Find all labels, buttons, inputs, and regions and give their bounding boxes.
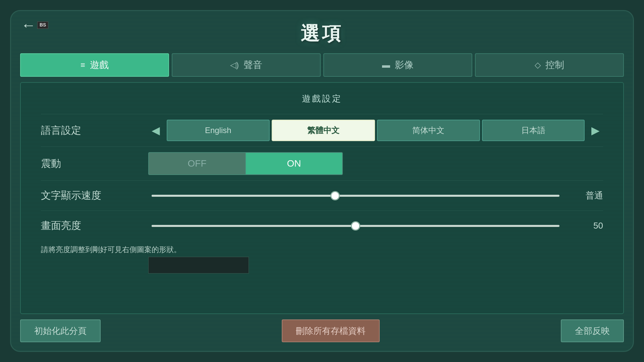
apply-all-button[interactable]: 全部反映 [561, 319, 624, 342]
delete-saves-button[interactable]: 刪除所有存檔資料 [282, 319, 380, 342]
reset-button[interactable]: 初始化此分頁 [20, 319, 101, 342]
lang-next-arrow[interactable]: ▶ [588, 124, 603, 137]
control-icon: ◇ [535, 60, 541, 70]
text-speed-setting-row: 文字顯示速度 普通 [41, 180, 603, 210]
lang-option-english[interactable]: English [167, 120, 270, 141]
brightness-value: 50 [570, 221, 603, 231]
video-icon: ▬ [382, 60, 390, 70]
brightness-fill [152, 225, 356, 227]
text-speed-value: 普通 [570, 190, 603, 201]
tab-game[interactable]: ≡ 遊戲 [20, 53, 169, 77]
sound-icon: ◁) [230, 60, 239, 70]
text-speed-track[interactable] [152, 195, 559, 197]
bottom-bar: 初始化此分頁 刪除所有存檔資料 全部反映 [20, 317, 624, 344]
brightness-swatch [148, 257, 249, 274]
tab-control[interactable]: ◇ 控制 [475, 53, 624, 77]
settings-screen: 選項 ← BS ≡ 遊戲 ◁) 聲音 ▬ 影像 ◇ 控制 遊戲設定 語言設定 [10, 10, 634, 352]
brightness-label: 畫面亮度 [41, 219, 148, 233]
brightness-hint-text: 請將亮度調整到剛好可見右側圖案的形狀。 [41, 245, 181, 255]
back-button[interactable]: ← BS [21, 18, 48, 33]
bs-badge: BS [37, 21, 48, 28]
lang-option-japanese[interactable]: 日本語 [482, 120, 585, 141]
brightness-track[interactable] [152, 225, 559, 227]
brightness-setting-row: 畫面亮度 50 [41, 210, 603, 241]
vibration-label: 震動 [41, 157, 148, 171]
brightness-thumb[interactable] [351, 221, 360, 231]
lang-option-traditional[interactable]: 繁體中文 [272, 120, 375, 141]
brightness-hint-area: 請將亮度調整到剛好可見右側圖案的形狀。 [41, 242, 603, 274]
back-arrow-icon: ← [21, 18, 36, 33]
settings-content: 遊戲設定 語言設定 ◀ English 繁體中文 简体中文 [20, 82, 624, 314]
vibration-on-button[interactable]: ON [246, 152, 343, 175]
tab-video[interactable]: ▬ 影像 [323, 53, 472, 77]
brightness-slider-container: 50 [148, 221, 603, 231]
tab-sound[interactable]: ◁) 聲音 [172, 53, 321, 77]
language-label: 語言設定 [41, 124, 148, 137]
vibration-setting-row: 震動 OFF ON [41, 146, 603, 180]
game-icon: ≡ [80, 60, 85, 70]
language-options: English 繁體中文 简体中文 日本語 [167, 120, 585, 141]
tab-bar: ≡ 遊戲 ◁) 聲音 ▬ 影像 ◇ 控制 [20, 53, 624, 77]
vibration-off-button[interactable]: OFF [148, 152, 246, 175]
language-selector: ◀ English 繁體中文 简体中文 日本語 [148, 120, 603, 141]
lang-option-simplified[interactable]: 简体中文 [377, 120, 480, 141]
text-speed-slider-container: 普通 [148, 190, 603, 201]
vibration-toggle: OFF ON [148, 152, 343, 175]
language-setting-row: 語言設定 ◀ English 繁體中文 简体中文 [41, 114, 603, 146]
text-speed-thumb[interactable] [330, 191, 340, 200]
page-title: 選項 [301, 21, 343, 47]
lang-prev-arrow[interactable]: ◀ [148, 124, 163, 137]
section-title: 遊戲設定 [41, 93, 603, 105]
text-speed-label: 文字顯示速度 [41, 189, 148, 202]
text-speed-fill [152, 195, 335, 197]
